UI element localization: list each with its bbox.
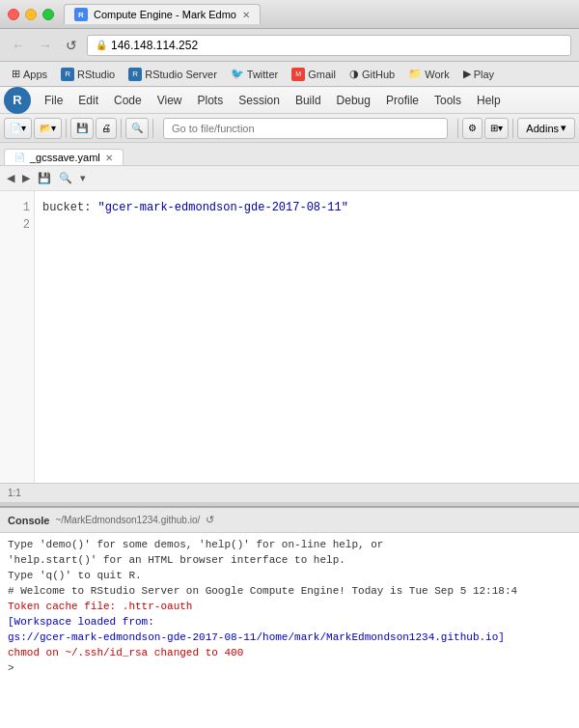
bookmark-work-label: Work [425,69,449,80]
goto-file-input[interactable] [163,118,448,139]
tab-area: R Compute Engine - Mark Edmo ✕ [64,4,571,24]
twitter-icon: 🐦 [231,68,244,80]
menu-plots[interactable]: Plots [190,92,232,109]
maximize-button[interactable] [42,9,54,20]
tab-favicon: R [74,8,88,21]
editor-status-bar: 1:1 [0,483,579,502]
console-path: ~/MarkEdmondson1234.github.io/ [55,515,200,525]
save-button[interactable]: 💾 [70,118,94,139]
menu-debug[interactable]: Debug [329,92,378,109]
editor-tab-filename: _gcssave.yaml [30,152,100,163]
console-line-10: gs://gcer-mark-edmondson-gde-2017-08-11/… [8,630,571,645]
bookmark-work[interactable]: 📁 Work [402,66,455,82]
console-pane: Console ~/MarkEdmondson1234.github.io/ ↺… [0,506,579,728]
rstudio-app: R File Edit Code View Plots Session Buil… [0,87,579,728]
addins-dropdown-icon: ▾ [561,122,566,134]
toolbar-separator-2 [121,119,122,138]
bookmark-twitter[interactable]: 🐦 Twitter [225,66,284,82]
bookmark-gmail-label: Gmail [308,69,336,80]
apps-icon: ⊞ [12,68,20,80]
bookmark-rstudio-server[interactable]: R RStudio Server [123,66,223,83]
console-line-2: Type 'demo()' for some demos, 'help()' f… [8,537,571,552]
editor-forward-btn[interactable]: ▶ [19,170,33,186]
bookmark-github[interactable]: ◑ GitHub [344,66,400,82]
find-button[interactable]: 🔍 [125,118,149,139]
console-tab-label[interactable]: Console [8,515,49,526]
url-bar[interactable]: 🔒 146.148.114.252 [87,35,571,56]
yaml-file-icon: 📄 [14,153,25,162]
addins-button[interactable]: Addins ▾ [517,118,575,139]
code-line-2 [42,216,571,234]
line-number-1: 1 [4,199,30,216]
gmail-icon: M [291,68,305,81]
toolbar-separator-3 [152,119,153,138]
bookmark-apps-label: Apps [23,69,47,80]
menu-file[interactable]: File [37,92,70,109]
menu-edit[interactable]: Edit [70,92,106,109]
github-icon: ◑ [349,68,359,80]
menu-help[interactable]: Help [469,92,509,109]
open-file-button[interactable]: 📂▾ [34,118,62,139]
bookmark-gmail[interactable]: M Gmail [286,66,342,83]
bookmark-rstudio-label: RStudio [77,69,115,80]
workspace-btn[interactable]: ⚙ [462,118,482,139]
grid-btn[interactable]: ⊞▾ [484,118,509,139]
traffic-lights [8,9,54,20]
close-button[interactable] [8,9,19,20]
editor-toolbar: ◀ ▶ 💾 🔍 ▾ [0,166,579,191]
menu-view[interactable]: View [150,92,190,109]
console-content[interactable]: Type 'demo()' for some demos, 'help()' f… [0,533,579,728]
bookmark-github-label: GitHub [362,69,395,80]
console-prompt[interactable]: > [8,660,571,676]
toolbar-separator-5 [512,119,513,138]
bookmark-rstudio-server-label: RStudio Server [145,69,217,80]
console-refresh-icon[interactable]: ↺ [206,514,214,526]
editor-back-btn[interactable]: ◀ [4,170,17,186]
menu-code[interactable]: Code [106,92,150,109]
line-number-2: 2 [4,216,30,234]
line-numbers: 1 2 [0,191,35,483]
toolbar-separator-1 [66,119,67,138]
browser-titlebar: R Compute Engine - Mark Edmo ✕ [0,0,579,29]
rstudio-toolbar: 📄▾ 📂▾ 💾 🖨 🔍 ⚙ ⊞▾ Addins ▾ [0,114,579,143]
refresh-button[interactable]: ↺ [62,36,81,55]
console-header: Console ~/MarkEdmondson1234.github.io/ ↺ [0,508,579,533]
editor-expand-btn[interactable]: ▾ [77,170,89,186]
console-line-7: Token cache file: .httr-oauth [8,599,571,614]
lock-icon: 🔒 [96,40,107,50]
rstudio-icon: R [61,68,74,81]
code-editor[interactable]: 1 2 bucket: "gcer-mark-edmondson-gde-201… [0,191,579,483]
menu-tools[interactable]: Tools [427,92,469,109]
play-icon: ▶ [463,68,471,80]
console-line-6: # Welcome to RStudio Server on Google Co… [8,583,571,599]
menu-build[interactable]: Build [288,92,329,109]
bookmark-play[interactable]: ▶ Play [457,66,500,82]
console-line-4: Type 'q()' to quit R. [8,568,571,583]
new-file-button[interactable]: 📄▾ [4,118,32,139]
url-text: 146.148.114.252 [111,39,198,52]
menu-profile[interactable]: Profile [378,92,427,109]
print-button[interactable]: 🖨 [96,118,117,139]
rstudio-menubar: R File Edit Code View Plots Session Buil… [0,87,579,114]
forward-button[interactable]: → [35,36,56,55]
bookmark-apps[interactable]: ⊞ Apps [6,66,53,82]
cursor-position: 1:1 [8,488,21,498]
bookmarks-bar: ⊞ Apps R RStudio R RStudio Server 🐦 Twit… [0,62,579,87]
back-button[interactable]: ← [8,36,29,55]
menu-session[interactable]: Session [231,92,288,109]
console-line-11: chmod on ~/.ssh/id_rsa changed to 400 [8,645,571,660]
code-content[interactable]: bucket: "gcer-mark-edmondson-gde-2017-08… [35,191,579,483]
tab-favicon-letter: R [78,11,84,19]
editor-tab-close-icon[interactable]: ✕ [105,153,113,163]
tab-close-icon[interactable]: ✕ [242,10,250,20]
minimize-button[interactable] [25,9,37,20]
browser-tab[interactable]: R Compute Engine - Mark Edmo ✕ [64,4,261,24]
tab-title: Compute Engine - Mark Edmo [94,9,236,20]
editor-tab-gcssave[interactable]: 📄 _gcssave.yaml ✕ [4,149,124,165]
console-line-9: [Workspace loaded from: [8,614,571,630]
work-icon: 📁 [408,68,422,80]
editor-tabs: 📄 _gcssave.yaml ✕ [0,143,579,166]
bookmark-rstudio[interactable]: R RStudio [55,66,121,83]
editor-save-btn[interactable]: 💾 [35,170,54,186]
editor-search-btn[interactable]: 🔍 [56,170,75,186]
